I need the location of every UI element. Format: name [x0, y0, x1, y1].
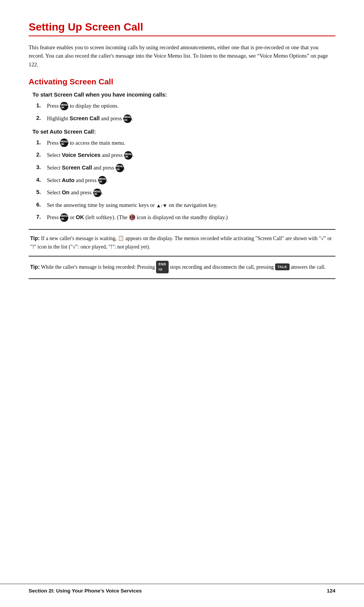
section-title: Activating Screen Call: [29, 77, 335, 86]
step-2-6: 6. Set the answering time by using numer…: [36, 201, 335, 210]
menu-button-icon: MENUOK: [60, 213, 68, 222]
step-body: Select Screen Call and press MENUOK.: [47, 163, 335, 173]
page-title: Setting Up Screen Call: [29, 21, 335, 36]
menu-button-icon: MENUOK: [60, 139, 68, 147]
step-body: Highlight Screen Call and press MENUOK.: [47, 114, 335, 123]
step-body: Press MENUOK to access the main menu.: [47, 139, 335, 148]
tip-block-2: Tip: While the caller's message is being…: [29, 256, 335, 279]
menu-button-icon: MENUOK: [98, 176, 106, 184]
menu-button-icon: MENUOK: [60, 102, 68, 110]
step-number: 2.: [36, 151, 47, 159]
tip-label-1: Tip:: [30, 236, 40, 241]
page-content: Setting Up Screen Call This feature enab…: [0, 0, 364, 310]
step-1-1: 1. Press MENUOK to display the options.: [36, 102, 335, 111]
menu-button-icon: MENUOK: [124, 151, 132, 160]
talk-button-icon: TALK: [275, 263, 289, 270]
menu-button-icon: MENUOK: [123, 115, 132, 123]
step-2-5: 5. Select On and press MENUOK.: [36, 188, 335, 197]
subsection2-label: To set Auto Screen Call:: [32, 129, 335, 135]
step-number: 3.: [36, 163, 47, 172]
step-2-7: 7. Press MENUOK or OK (left softkey). (T…: [36, 213, 335, 222]
step-2-2: 2. Select Voice Services and press MENUO…: [36, 151, 335, 160]
memo-icon: 📋: [118, 234, 124, 242]
step-number: 2.: [36, 114, 47, 123]
step-body: Set the answering time by using numeric …: [47, 201, 335, 210]
footer-page-number: 124: [327, 588, 335, 594]
step-body: Press MENUOK to display the options.: [47, 102, 335, 111]
step-2-1: 1. Press MENUOK to access the main menu.: [36, 139, 335, 148]
step-number: 1.: [36, 139, 47, 147]
tip-block-1: Tip: If a new caller's message is waitin…: [29, 229, 335, 256]
subsection1-label: To start Screen Call when you have incom…: [32, 92, 335, 98]
tip-label-2: Tip:: [30, 264, 40, 270]
step-body: Select Voice Services and press MENUOK.: [47, 151, 335, 160]
step-body: Select Auto and press MENUOK.: [47, 176, 335, 185]
step-number: 1.: [36, 102, 47, 110]
step-number: 6.: [36, 201, 47, 209]
step-1-2: 2. Highlight Screen Call and press MENUO…: [36, 114, 335, 123]
menu-button-icon: MENUOK: [116, 164, 124, 172]
step-number: 4.: [36, 176, 47, 184]
step-2-4: 4. Select Auto and press MENUOK.: [36, 176, 335, 185]
standby-icon: 📵: [129, 213, 135, 222]
step-body: Press MENUOK or OK (left softkey). (The …: [47, 213, 335, 222]
menu-button-icon: MENUOK: [93, 189, 101, 197]
step-body: Select On and press MENUOK.: [47, 188, 335, 197]
step-number: 7.: [36, 213, 47, 221]
footer-section-label: Section 2I: Using Your Phone’s Voice Ser…: [29, 588, 142, 594]
steps-list-1: 1. Press MENUOK to display the options. …: [36, 102, 335, 123]
steps-list-2: 1. Press MENUOK to access the main menu.…: [36, 139, 335, 222]
step-2-3: 3. Select Screen Call and press MENUOK.: [36, 163, 335, 173]
intro-paragraph: This feature enables you to screen incom…: [29, 43, 335, 69]
end-button-icon: END/O: [156, 261, 169, 273]
step-number: 5.: [36, 188, 47, 197]
page-footer: Section 2I: Using Your Phone’s Voice Ser…: [0, 584, 364, 594]
tips-section: Tip: If a new caller's message is waitin…: [29, 229, 335, 279]
nav-arrows-icon: ▲/▼: [156, 203, 167, 208]
